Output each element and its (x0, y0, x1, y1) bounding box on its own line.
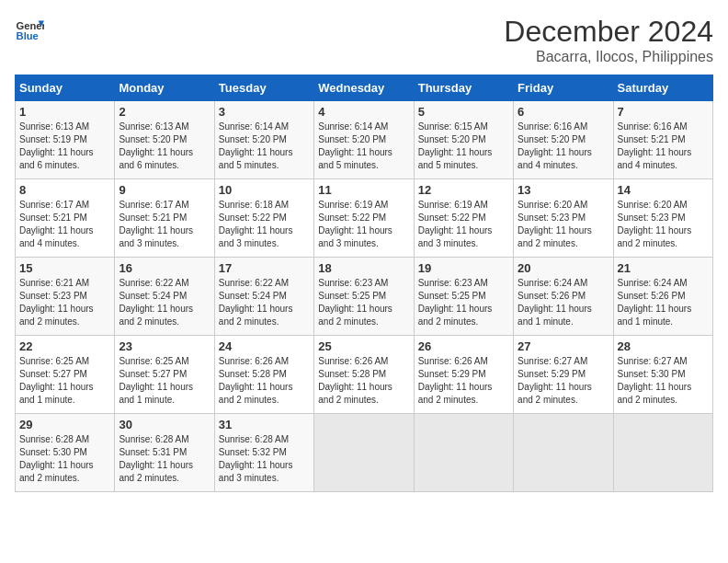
calendar-cell: 30Sunrise: 6:28 AMSunset: 5:31 PMDayligh… (115, 414, 214, 492)
calendar-cell: 9Sunrise: 6:17 AMSunset: 5:21 PMDaylight… (115, 179, 214, 258)
day-info: Sunrise: 6:26 AMSunset: 5:29 PMDaylight:… (418, 355, 509, 407)
day-number: 27 (518, 339, 609, 353)
page-header: General Blue December 2024 Bacarra, Iloc… (15, 15, 713, 65)
day-info: Sunrise: 6:16 AMSunset: 5:20 PMDaylight:… (518, 121, 609, 172)
calendar-cell: 1Sunrise: 6:13 AMSunset: 5:19 PMDaylight… (16, 101, 115, 179)
header-wednesday: Wednesday (314, 75, 414, 101)
day-info: Sunrise: 6:26 AMSunset: 5:28 PMDaylight:… (318, 355, 409, 407)
title-area: December 2024 Bacarra, Ilocos, Philippin… (504, 15, 713, 65)
header-saturday: Saturday (613, 75, 712, 101)
day-number: 15 (19, 261, 110, 275)
day-info: Sunrise: 6:24 AMSunset: 5:26 PMDaylight:… (518, 277, 609, 328)
day-number: 19 (418, 261, 509, 275)
day-number: 10 (219, 183, 310, 197)
day-number: 11 (318, 183, 409, 197)
day-info: Sunrise: 6:21 AMSunset: 5:23 PMDaylight:… (19, 277, 110, 328)
day-number: 26 (418, 339, 509, 353)
day-number: 14 (618, 183, 709, 197)
calendar-cell: 6Sunrise: 6:16 AMSunset: 5:20 PMDaylight… (514, 101, 613, 179)
day-info: Sunrise: 6:25 AMSunset: 5:27 PMDaylight:… (119, 355, 210, 407)
day-info: Sunrise: 6:14 AMSunset: 5:20 PMDaylight:… (219, 121, 310, 172)
calendar-cell: 14Sunrise: 6:20 AMSunset: 5:23 PMDayligh… (613, 179, 712, 258)
day-number: 3 (219, 105, 310, 119)
day-number: 24 (219, 339, 310, 353)
calendar-cell: 18Sunrise: 6:23 AMSunset: 5:25 PMDayligh… (314, 258, 414, 336)
calendar-cell: 2Sunrise: 6:13 AMSunset: 5:20 PMDaylight… (115, 101, 214, 179)
day-info: Sunrise: 6:17 AMSunset: 5:21 PMDaylight:… (19, 199, 110, 250)
day-number: 23 (119, 339, 210, 353)
calendar-week-4: 22Sunrise: 6:25 AMSunset: 5:27 PMDayligh… (16, 336, 713, 414)
day-number: 9 (119, 183, 210, 197)
calendar-cell: 16Sunrise: 6:22 AMSunset: 5:24 PMDayligh… (115, 258, 214, 336)
day-number: 20 (518, 261, 609, 275)
day-number: 28 (618, 339, 709, 353)
calendar-cell: 10Sunrise: 6:18 AMSunset: 5:22 PMDayligh… (214, 179, 313, 258)
calendar-header-row: SundayMondayTuesdayWednesdayThursdayFrid… (16, 75, 713, 101)
day-info: Sunrise: 6:27 AMSunset: 5:29 PMDaylight:… (518, 355, 609, 407)
calendar-cell: 20Sunrise: 6:24 AMSunset: 5:26 PMDayligh… (514, 258, 613, 336)
calendar-cell: 15Sunrise: 6:21 AMSunset: 5:23 PMDayligh… (16, 258, 115, 336)
day-info: Sunrise: 6:13 AMSunset: 5:19 PMDaylight:… (19, 121, 110, 172)
calendar-cell (314, 414, 414, 492)
day-info: Sunrise: 6:24 AMSunset: 5:26 PMDaylight:… (618, 277, 709, 328)
calendar-cell: 23Sunrise: 6:25 AMSunset: 5:27 PMDayligh… (115, 336, 214, 414)
calendar-cell: 27Sunrise: 6:27 AMSunset: 5:29 PMDayligh… (514, 336, 613, 414)
calendar-cell: 19Sunrise: 6:23 AMSunset: 5:25 PMDayligh… (414, 258, 513, 336)
day-info: Sunrise: 6:13 AMSunset: 5:20 PMDaylight:… (119, 121, 210, 172)
day-info: Sunrise: 6:25 AMSunset: 5:27 PMDaylight:… (19, 355, 110, 407)
calendar-cell: 26Sunrise: 6:26 AMSunset: 5:29 PMDayligh… (414, 336, 513, 414)
page-title: December 2024 (504, 15, 713, 49)
day-number: 16 (119, 261, 210, 275)
day-number: 21 (618, 261, 709, 275)
header-sunday: Sunday (16, 75, 115, 101)
calendar-cell: 28Sunrise: 6:27 AMSunset: 5:30 PMDayligh… (613, 336, 712, 414)
day-number: 25 (318, 339, 409, 353)
header-thursday: Thursday (414, 75, 513, 101)
calendar-week-5: 29Sunrise: 6:28 AMSunset: 5:30 PMDayligh… (16, 414, 713, 492)
day-info: Sunrise: 6:28 AMSunset: 5:31 PMDaylight:… (119, 433, 210, 485)
day-number: 6 (518, 105, 609, 119)
day-info: Sunrise: 6:23 AMSunset: 5:25 PMDaylight:… (418, 277, 509, 328)
day-info: Sunrise: 6:19 AMSunset: 5:22 PMDaylight:… (318, 199, 409, 250)
day-info: Sunrise: 6:15 AMSunset: 5:20 PMDaylight:… (418, 121, 509, 172)
day-number: 7 (618, 105, 709, 119)
calendar-week-2: 8Sunrise: 6:17 AMSunset: 5:21 PMDaylight… (16, 179, 713, 258)
day-number: 31 (219, 418, 310, 431)
day-info: Sunrise: 6:20 AMSunset: 5:23 PMDaylight:… (618, 199, 709, 250)
calendar-cell: 12Sunrise: 6:19 AMSunset: 5:22 PMDayligh… (414, 179, 513, 258)
page-subtitle: Bacarra, Ilocos, Philippines (504, 49, 713, 65)
calendar-week-1: 1Sunrise: 6:13 AMSunset: 5:19 PMDaylight… (16, 101, 713, 179)
day-info: Sunrise: 6:28 AMSunset: 5:32 PMDaylight:… (219, 433, 310, 485)
day-number: 12 (418, 183, 509, 197)
day-info: Sunrise: 6:22 AMSunset: 5:24 PMDaylight:… (219, 277, 310, 328)
day-info: Sunrise: 6:26 AMSunset: 5:28 PMDaylight:… (219, 355, 310, 407)
svg-text:Blue: Blue (17, 30, 39, 41)
calendar-cell (514, 414, 613, 492)
day-info: Sunrise: 6:17 AMSunset: 5:21 PMDaylight:… (119, 199, 210, 250)
calendar-cell (613, 414, 712, 492)
day-number: 8 (19, 183, 110, 197)
day-number: 29 (19, 418, 110, 431)
calendar-cell: 3Sunrise: 6:14 AMSunset: 5:20 PMDaylight… (214, 101, 313, 179)
day-info: Sunrise: 6:18 AMSunset: 5:22 PMDaylight:… (219, 199, 310, 250)
day-number: 4 (318, 105, 409, 119)
logo-icon: General Blue (15, 15, 44, 44)
day-info: Sunrise: 6:19 AMSunset: 5:22 PMDaylight:… (418, 199, 509, 250)
day-info: Sunrise: 6:16 AMSunset: 5:21 PMDaylight:… (618, 121, 709, 172)
calendar-cell: 4Sunrise: 6:14 AMSunset: 5:20 PMDaylight… (314, 101, 414, 179)
day-info: Sunrise: 6:20 AMSunset: 5:23 PMDaylight:… (518, 199, 609, 250)
calendar-cell: 8Sunrise: 6:17 AMSunset: 5:21 PMDaylight… (16, 179, 115, 258)
day-info: Sunrise: 6:14 AMSunset: 5:20 PMDaylight:… (318, 121, 409, 172)
day-number: 17 (219, 261, 310, 275)
calendar-table: SundayMondayTuesdayWednesdayThursdayFrid… (15, 75, 713, 492)
calendar-cell: 22Sunrise: 6:25 AMSunset: 5:27 PMDayligh… (16, 336, 115, 414)
day-info: Sunrise: 6:22 AMSunset: 5:24 PMDaylight:… (119, 277, 210, 328)
day-info: Sunrise: 6:27 AMSunset: 5:30 PMDaylight:… (618, 355, 709, 407)
day-number: 1 (19, 105, 110, 119)
day-number: 5 (418, 105, 509, 119)
calendar-cell: 11Sunrise: 6:19 AMSunset: 5:22 PMDayligh… (314, 179, 414, 258)
calendar-cell (414, 414, 513, 492)
header-tuesday: Tuesday (214, 75, 313, 101)
calendar-cell: 5Sunrise: 6:15 AMSunset: 5:20 PMDaylight… (414, 101, 513, 179)
calendar-cell: 7Sunrise: 6:16 AMSunset: 5:21 PMDaylight… (613, 101, 712, 179)
